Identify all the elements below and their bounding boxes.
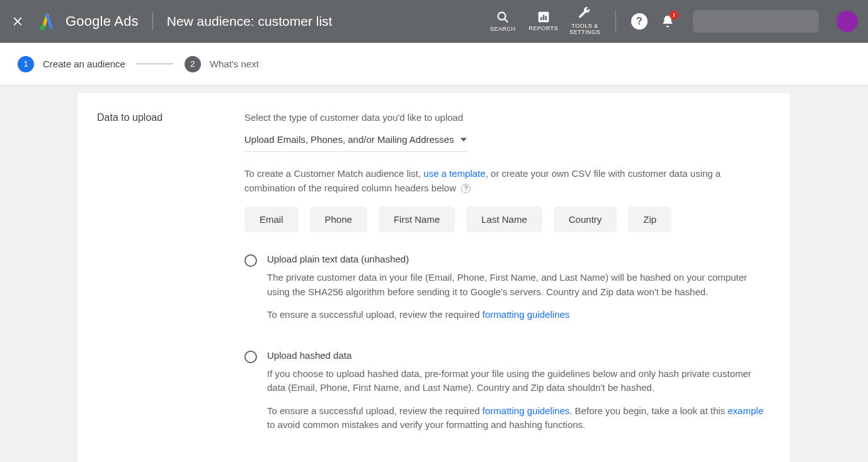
chip-last-name: Last Name <box>466 206 542 232</box>
dropdown-value: Upload Emails, Phones, and/or Mailing Ad… <box>244 134 454 145</box>
help-button[interactable]: ? <box>631 13 648 30</box>
app-header: Google Ads New audience: customer list S… <box>0 0 868 43</box>
radio-hint: To ensure a successful upload, review th… <box>267 308 771 322</box>
data-type-dropdown[interactable]: Upload Emails, Phones, and/or Mailing Ad… <box>244 134 467 152</box>
radio-description: The private customer data in your file (… <box>267 271 771 299</box>
reports-button[interactable]: REPORTS <box>528 11 558 32</box>
close-icon[interactable] <box>10 14 25 29</box>
notifications-button[interactable]: ! <box>659 13 677 30</box>
wrench-icon <box>578 7 591 21</box>
radio-description: If you choose to upload hashed data, pre… <box>267 367 771 395</box>
step-whats-next[interactable]: 2 What's next <box>185 56 259 72</box>
help-icon: ? <box>636 16 642 27</box>
chip-first-name: First Name <box>379 206 455 232</box>
svg-rect-8 <box>545 16 547 20</box>
formatting-guidelines-link[interactable]: formatting guidelines <box>483 309 569 320</box>
step-number: 2 <box>185 56 201 72</box>
chip-email: Email <box>244 206 299 232</box>
radio-title: Upload hashed data <box>267 350 771 361</box>
page-title: New audience: customer list <box>167 14 333 29</box>
brand-text: Google Ads <box>66 13 139 30</box>
account-info[interactable] <box>693 10 819 33</box>
help-icon[interactable]: ? <box>461 184 471 193</box>
svg-rect-6 <box>540 17 542 20</box>
upload-card: Data to upload Select the type of custom… <box>78 93 790 462</box>
chip-phone: Phone <box>310 206 367 232</box>
step-number: 1 <box>18 56 34 72</box>
google-ads-logo-icon <box>38 12 57 31</box>
tools-settings-button[interactable]: TOOLS &SETTINGS <box>569 7 600 36</box>
example-link[interactable]: example <box>728 405 763 416</box>
step-label: What's next <box>210 59 259 69</box>
divider <box>615 10 616 33</box>
use-template-link[interactable]: use a template <box>423 168 485 179</box>
radio-hashed[interactable] <box>244 351 257 363</box>
radio-plain-text[interactable] <box>244 254 257 267</box>
intro-text: Select the type of customer data you'd l… <box>244 112 771 123</box>
search-button[interactable]: SEARCH <box>488 10 517 33</box>
chip-country: Country <box>554 206 617 232</box>
svg-line-4 <box>505 19 508 22</box>
step-create-audience[interactable]: 1 Create an audience <box>18 56 125 72</box>
step-connector <box>137 64 173 64</box>
reports-icon <box>537 11 550 23</box>
radio-hashed-block: Upload hashed data If you choose to uplo… <box>244 350 771 441</box>
section-label: Data to upload <box>97 112 244 460</box>
brand-cluster: Google Ads <box>38 12 139 31</box>
svg-point-2 <box>40 25 45 30</box>
header-actions: SEARCH REPORTS TOOLS &SETTINGS ? ! <box>488 7 858 36</box>
step-label: Create an audience <box>43 59 125 69</box>
radio-hint: To ensure a successful upload, review th… <box>267 404 771 432</box>
formatting-guidelines-link[interactable]: formatting guidelines <box>483 405 569 416</box>
chip-zip: Zip <box>628 206 671 232</box>
avatar[interactable] <box>837 11 858 32</box>
chevron-down-icon <box>460 137 467 143</box>
description-text: To create a Customer Match audience list… <box>244 167 771 195</box>
divider <box>152 13 153 30</box>
svg-rect-7 <box>542 15 544 20</box>
radio-title: Upload plain text data (unhashed) <box>267 254 771 264</box>
column-chips: Email Phone First Name Last Name Country… <box>244 206 771 232</box>
svg-point-3 <box>498 13 506 20</box>
search-icon <box>496 10 510 24</box>
notification-badge: ! <box>670 11 678 20</box>
stepper: 1 Create an audience 2 What's next <box>0 43 868 86</box>
radio-plain-text-block: Upload plain text data (unhashed) The pr… <box>244 254 771 331</box>
